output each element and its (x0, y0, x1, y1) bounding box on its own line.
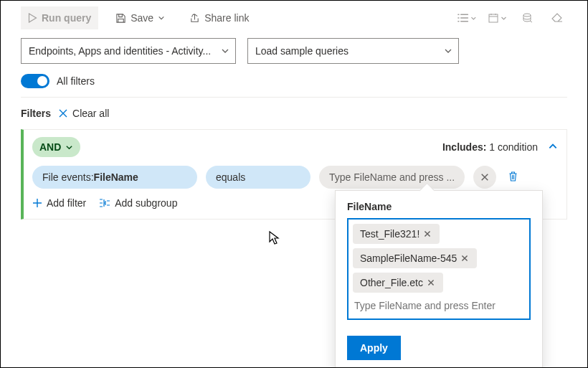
run-query-label: Run query (42, 12, 91, 24)
save-label: Save (131, 12, 153, 24)
close-icon (461, 255, 468, 262)
chevron-down-icon (221, 47, 229, 55)
remove-tag-button[interactable] (423, 279, 439, 286)
svg-point-1 (523, 14, 531, 16)
filter-field-chip[interactable]: File events: FileName (32, 166, 197, 189)
popover-title: FileName (347, 201, 531, 212)
close-icon (480, 173, 489, 181)
add-subgroup-button[interactable]: Add subgroup (99, 197, 177, 209)
value-tag-label: Test_File321! (360, 228, 419, 240)
query-scope-dropdown[interactable]: Endpoints, Apps and identities - Activit… (21, 38, 236, 64)
share-label: Share link (204, 12, 249, 24)
trash-icon (508, 171, 518, 182)
chevron-down-icon (444, 47, 452, 55)
includes-summary: Includes: 1 condition (442, 141, 538, 153)
value-tag-label: Other_File.etc (360, 277, 423, 288)
plus-icon (32, 198, 42, 208)
filter-operator-label: equals (216, 171, 245, 183)
remove-tag-button[interactable] (457, 255, 473, 262)
filter-field-name: FileName (94, 171, 138, 183)
run-query-button[interactable]: Run query (21, 6, 98, 29)
chevron-down-icon (65, 143, 73, 151)
apply-label: Apply (360, 342, 388, 354)
filter-operator-chip[interactable]: equals (206, 166, 310, 189)
chevron-down-icon (158, 14, 165, 22)
save-button[interactable]: Save (108, 6, 172, 29)
filename-popover: FileName Test_File321! SampleFileName-54… (335, 190, 543, 368)
play-icon (28, 13, 37, 23)
value-input[interactable] (353, 297, 525, 314)
clear-all-button[interactable]: Clear all (58, 108, 109, 119)
chevron-up-icon (548, 141, 558, 151)
sample-queries-dropdown[interactable]: Load sample queries (247, 38, 459, 64)
apply-button[interactable]: Apply (347, 336, 401, 360)
share-link-button[interactable]: Share link (182, 6, 256, 29)
add-filter-button[interactable]: Add filter (32, 197, 86, 209)
calendar-icon[interactable] (487, 8, 507, 28)
value-input-container[interactable]: Test_File321! SampleFileName-545 Other_F… (347, 218, 531, 320)
filter-value-placeholder: Type FileName and press ... (329, 171, 455, 183)
close-icon (424, 230, 431, 237)
add-subgroup-label: Add subgroup (115, 197, 177, 209)
value-tag: Other_File.etc (353, 273, 443, 293)
value-tag-label: SampleFileName-545 (360, 253, 457, 264)
close-icon (427, 279, 435, 286)
add-filter-label: Add filter (47, 197, 86, 209)
query-scope-label: Endpoints, Apps and identities - Activit… (29, 45, 211, 57)
remove-tag-button[interactable] (419, 230, 435, 237)
filter-field-prefix: File events: (42, 171, 94, 183)
svg-rect-0 (489, 14, 498, 22)
erase-icon[interactable] (547, 8, 567, 28)
all-filters-label: All filters (57, 75, 95, 87)
list-view-icon[interactable] (457, 8, 477, 28)
share-icon (189, 13, 200, 24)
all-filters-toggle[interactable] (21, 74, 49, 88)
toolbar: Run query Save Share link (1, 1, 587, 31)
collapse-button[interactable] (548, 141, 558, 154)
filters-heading: Filters (21, 108, 51, 119)
delete-group-button[interactable] (505, 168, 521, 187)
value-tag: Test_File321! (353, 224, 440, 244)
database-icon[interactable] (517, 8, 537, 28)
cursor-icon (268, 230, 281, 246)
value-tag: SampleFileName-545 (353, 248, 477, 268)
save-icon (115, 13, 126, 24)
remove-condition-button[interactable] (473, 166, 496, 189)
clear-all-label: Clear all (72, 108, 109, 119)
logic-operator-label: AND (39, 141, 61, 153)
filter-value-chip[interactable]: Type FileName and press ... (319, 166, 465, 189)
sample-queries-label: Load sample queries (255, 45, 348, 57)
close-icon (58, 108, 68, 118)
subgroup-icon (99, 198, 110, 208)
logic-operator-pill[interactable]: AND (32, 137, 80, 157)
